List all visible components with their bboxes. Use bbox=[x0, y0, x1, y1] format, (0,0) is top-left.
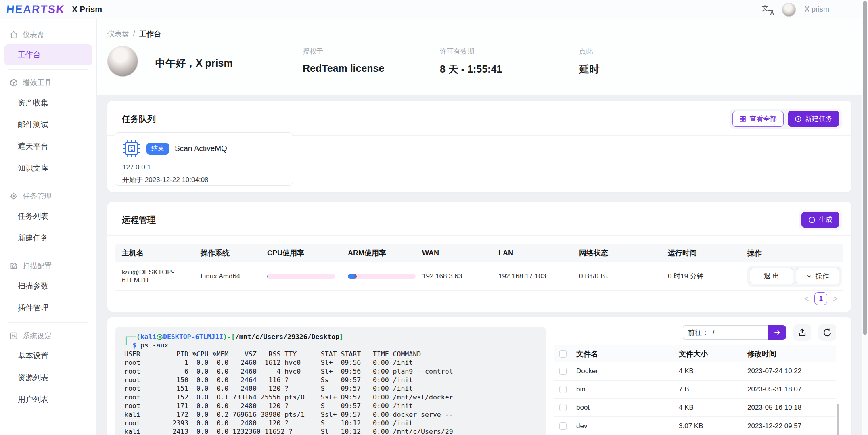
terminal-panel[interactable]: ┌──(kali㉿DESKTOP-6TLMJ1I)-[/mnt/c/Users/… bbox=[115, 327, 546, 435]
sidebar-item-task-list[interactable]: 任务列表 bbox=[4, 206, 92, 227]
terminal-output-line: root 150 0.0 0.0 2464 116 ? Ss 09:57 0:0… bbox=[124, 376, 546, 384]
new-task-button[interactable]: 新建任务 bbox=[788, 111, 839, 127]
sidebar-section-tools: 增效工具 bbox=[0, 74, 96, 92]
task-name: Scan ActiveMQ bbox=[175, 144, 227, 153]
task-card[interactable]: 结束 Scan ActiveMQ 127.0.0.1 开始于 2023-12-2… bbox=[115, 132, 293, 186]
arm-usage-cell bbox=[341, 274, 416, 279]
file-size: 4 KB bbox=[679, 367, 747, 375]
file-row[interactable]: dev 3.07 KB 2023-12-22 09:57 bbox=[554, 417, 836, 435]
terminal-output-line: root 151 0.0 0.0 2480 120 ? S 09:57 0:00… bbox=[124, 384, 546, 393]
breadcrumb-parent[interactable]: 仪表盘 bbox=[107, 29, 129, 39]
file-row[interactable]: boot 4 KB 2023-05-16 10:18 bbox=[554, 399, 836, 417]
remote-management-card: 远程管理 生成 主机名 操作系统 CPU使用率 ARM使用率 WAN LAN 网… bbox=[107, 202, 851, 312]
license-extend: 点此 延时 bbox=[579, 47, 599, 76]
wan-cell: 192.168.3.63 bbox=[416, 272, 492, 280]
language-underline bbox=[768, 10, 774, 11]
task-status-badge: 结束 bbox=[146, 143, 169, 155]
user-avatar[interactable] bbox=[782, 3, 796, 17]
home-icon bbox=[10, 31, 18, 39]
sidebar-item-plugin-mgmt[interactable]: 插件管理 bbox=[4, 297, 92, 318]
page-header: 仪表盘 / 工作台 中午好，X prism 授权于 RedTeam licens… bbox=[97, 19, 868, 95]
file-size: 7 B bbox=[679, 385, 747, 393]
file-toolbar: 前往： / bbox=[554, 323, 836, 342]
goto-path-input[interactable]: 前往： / bbox=[683, 325, 768, 340]
sidebar-item-basic-settings[interactable]: 基本设置 bbox=[4, 345, 92, 366]
upload-button[interactable] bbox=[793, 324, 811, 341]
extend-link[interactable]: 延时 bbox=[579, 63, 599, 76]
file-table-header: 文件名 文件大小 修改时间 bbox=[554, 345, 836, 362]
license-owner: 授权于 RedTeam license bbox=[303, 47, 384, 74]
select-all-checkbox[interactable] bbox=[559, 350, 567, 358]
plus-circle-icon bbox=[795, 115, 802, 123]
crosshair-icon bbox=[10, 192, 18, 200]
sidebar-item-mail-test[interactable]: 邮件测试 bbox=[4, 114, 92, 135]
grid-icon bbox=[739, 115, 746, 122]
language-toggle-icon[interactable]: 文A bbox=[762, 4, 773, 15]
goto-submit-button[interactable] bbox=[768, 325, 786, 340]
generate-button[interactable]: 生成 bbox=[801, 212, 839, 228]
file-list-scrollbar[interactable] bbox=[837, 404, 839, 435]
row-checkbox[interactable] bbox=[559, 386, 567, 393]
refresh-button[interactable] bbox=[818, 324, 836, 341]
file-row[interactable]: Docker 4 KB 2023-07-24 10:22 bbox=[554, 362, 836, 381]
terminal-output-line: root 152 0.0 0.1 733164 25556 pts/0 Ssl+… bbox=[124, 393, 546, 402]
sidebar-item-user-list[interactable]: 用户列表 bbox=[4, 389, 92, 410]
remote-table: 主机名 操作系统 CPU使用率 ARM使用率 WAN LAN 网络状态 运行时间… bbox=[115, 244, 843, 291]
terminal-output-line: root 1 0.0 0.0 2460 1612 hvc0 Sl+ 09:56 … bbox=[124, 358, 546, 367]
file-name: boot bbox=[576, 404, 679, 412]
terminal-prompt-line2: └─$ ps -aux bbox=[124, 341, 546, 349]
terminal-prompt-line1: ┌──(kali㉿DESKTOP-6TLMJ1I)-[/mnt/c/Users/… bbox=[124, 333, 546, 341]
shell-and-files-card: ┌──(kali㉿DESKTOP-6TLMJ1I)-[/mnt/c/Users/… bbox=[107, 317, 851, 435]
sidebar-item-scan-params[interactable]: 扫描参数 bbox=[4, 276, 92, 297]
view-all-button[interactable]: 查看全部 bbox=[732, 111, 784, 127]
top-header: HEARTSK X Prism 文A X prism bbox=[0, 0, 868, 19]
row-checkbox[interactable] bbox=[559, 422, 567, 430]
terminal-output-line: root 171 0.0 0.0 2480 120 ? S 09:57 0:00… bbox=[124, 402, 546, 410]
file-row[interactable]: bin 7 B 2023-05-31 18:07 bbox=[554, 381, 836, 399]
sidebar-item-new-task[interactable]: 新建任务 bbox=[4, 228, 92, 249]
page-number[interactable]: 1 bbox=[814, 292, 827, 305]
chevron-down-icon bbox=[806, 273, 812, 279]
file-mtime: 2023-05-16 10:18 bbox=[747, 404, 836, 412]
sidebar-item-asset-collect[interactable]: 资产收集 bbox=[4, 92, 92, 113]
package-icon bbox=[10, 79, 18, 87]
sidebar-section-scan-config: 扫描配置 bbox=[0, 257, 96, 275]
app-title: X Prism bbox=[72, 5, 102, 14]
prev-page-icon[interactable]: < bbox=[804, 294, 809, 303]
breadcrumb-current: 工作台 bbox=[139, 29, 161, 39]
exit-button[interactable]: 退 出 bbox=[750, 268, 793, 284]
sidebar-item-workbench[interactable]: 工作台 bbox=[4, 44, 92, 65]
ops-dropdown-button[interactable]: 操作 bbox=[796, 268, 839, 284]
sidebar-section-system: 系统设定 bbox=[0, 327, 96, 345]
actions-cell: 退 出 操作 bbox=[741, 266, 843, 287]
terminal-output-line: kali 2413 0.0 0.0 1232360 11652 ? Sl 10:… bbox=[124, 427, 546, 435]
row-checkbox[interactable] bbox=[559, 368, 567, 375]
remote-table-header: 主机名 操作系统 CPU使用率 ARM使用率 WAN LAN 网络状态 运行时间… bbox=[115, 244, 843, 262]
row-checkbox[interactable] bbox=[559, 404, 567, 411]
page-scrollbar-thumb[interactable] bbox=[863, 1, 867, 335]
sidebar-item-resource-list[interactable]: 资源列表 bbox=[4, 367, 92, 388]
sidebar-section-dashboard: 仪表盘 bbox=[0, 26, 96, 44]
remote-table-row: kali@DESKTOP-6TLMJ1I Linux Amd64 192.168… bbox=[115, 262, 843, 291]
task-start-time: 开始于 2023-12-22 10:04:08 bbox=[115, 175, 293, 184]
file-mtime: 2023-07-24 10:22 bbox=[747, 367, 836, 375]
sidebar: 仪表盘 工作台 增效工具 资产收集 邮件测试 遮天平台 知识文库 任务管理 任务… bbox=[0, 19, 97, 435]
sidebar-item-knowledge-base[interactable]: 知识文库 bbox=[4, 158, 92, 179]
next-page-icon[interactable]: > bbox=[833, 294, 838, 303]
remote-title: 远程管理 bbox=[122, 214, 156, 226]
sidebar-divider bbox=[8, 322, 88, 323]
page-scrollbar[interactable] bbox=[862, 0, 868, 435]
sidebar-item-zhetian-platform[interactable]: 遮天平台 bbox=[4, 136, 92, 157]
user-name[interactable]: X prism bbox=[805, 5, 829, 14]
sidebar-section-task-mgmt: 任务管理 bbox=[0, 187, 96, 205]
host-cell: kali@DESKTOP-6TLMJ1I bbox=[115, 268, 194, 284]
file-name: dev bbox=[576, 422, 679, 430]
terminal-output-line: kali 172 0.0 0.2 769616 38980 pts/1 Ssl+… bbox=[124, 410, 546, 419]
edit-icon bbox=[10, 262, 18, 270]
plus-circle-icon bbox=[808, 216, 816, 224]
refresh-icon bbox=[822, 328, 832, 337]
task-target: 127.0.0.1 bbox=[115, 163, 293, 171]
terminal-output-line: root 2393 0.0 0.0 2480 120 ? S 10:12 0:0… bbox=[124, 419, 546, 427]
file-name: Docker bbox=[576, 367, 679, 375]
pagination: < 1 > bbox=[804, 292, 838, 305]
